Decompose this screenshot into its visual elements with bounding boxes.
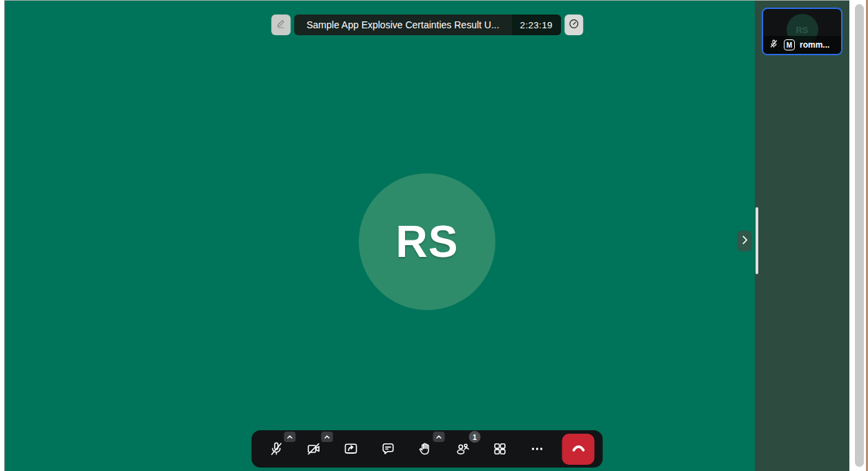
filmstrip: RS M romm... — [755, 1, 849, 471]
avatar: RS — [359, 173, 495, 310]
share-screen-button[interactable] — [335, 435, 368, 463]
avatar-initials: RS — [396, 216, 459, 267]
camera-muted-icon — [306, 441, 322, 457]
participants-button[interactable]: 1 — [446, 435, 480, 463]
reactions-options-button[interactable] — [433, 432, 445, 442]
tile-view-icon — [492, 441, 509, 457]
camera-options-button[interactable] — [322, 432, 333, 442]
chat-button[interactable] — [372, 435, 405, 463]
meeting-toolbar: 1 — [252, 430, 603, 468]
audio-options-button[interactable] — [284, 432, 296, 442]
window-scrollbar-thumb[interactable] — [855, 4, 864, 467]
raise-hand-button[interactable] — [409, 435, 442, 463]
performance-settings-button[interactable] — [564, 15, 583, 35]
meeting-title: Sample App Explosive Certainties Result … — [294, 15, 511, 35]
participant-name: romm... — [800, 40, 829, 50]
chat-icon — [380, 441, 397, 457]
window-scrollbar-track — [849, 0, 868, 471]
edit-subject-button[interactable] — [271, 15, 290, 35]
thumbnail-avatar-initials: RS — [796, 25, 808, 35]
moderator-badge: M — [784, 39, 795, 50]
thumbnail-status-bar: M romm... — [763, 36, 841, 54]
more-dots-icon — [529, 441, 546, 457]
participants-icon — [455, 441, 471, 457]
speedometer-icon — [568, 18, 580, 32]
subject-bar: Sample App Explosive Certainties Result … — [271, 15, 583, 35]
pencil-icon — [275, 19, 286, 32]
meeting-timer: 2:23:19 — [512, 15, 561, 35]
filmstrip-scrollbar[interactable] — [756, 207, 758, 274]
meeting-window: Sample App Explosive Certainties Result … — [4, 0, 849, 471]
hangup-icon — [569, 439, 587, 459]
chevron-right-icon — [741, 235, 749, 247]
mute-audio-button[interactable] — [260, 435, 293, 463]
tile-view-button[interactable] — [484, 435, 517, 463]
mic-muted-icon — [268, 441, 285, 457]
filmstrip-toggle-button[interactable] — [737, 231, 752, 251]
participants-count-badge: 1 — [469, 431, 481, 443]
raise-hand-icon — [417, 441, 434, 457]
more-actions-button[interactable] — [521, 435, 554, 463]
subject-pill: Sample App Explosive Certainties Result … — [294, 15, 561, 35]
share-screen-icon — [343, 441, 359, 457]
stop-camera-button[interactable] — [297, 435, 331, 463]
hangup-button[interactable] — [562, 434, 595, 465]
mic-muted-icon — [769, 39, 779, 52]
participant-thumbnail[interactable]: RS M romm... — [762, 8, 842, 55]
